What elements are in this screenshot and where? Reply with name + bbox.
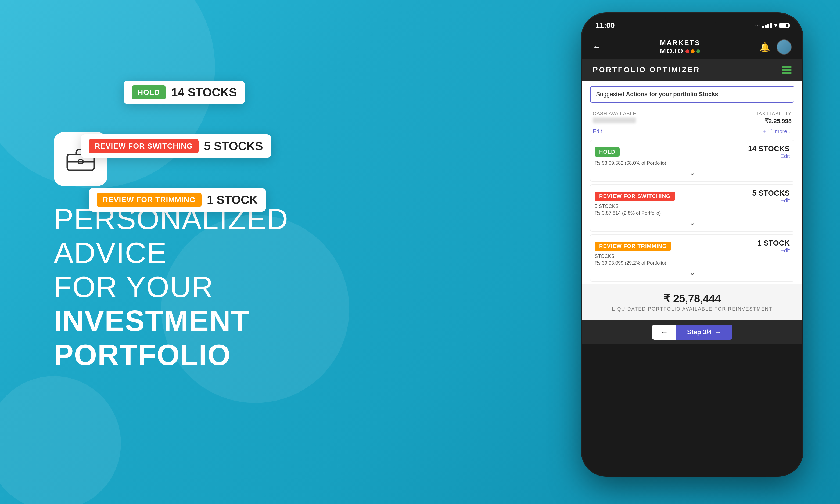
phone-outer: 11:00 ··· ▾ ← MARKETS M — [582, 14, 802, 475]
trim-sub-label: STOCKS — [595, 254, 790, 259]
switch-header: REVIEW FOR SWITCHING 5 STOCKS Edit — [595, 189, 790, 204]
hold-count: 14 STOCKS — [748, 145, 790, 153]
total-label: LIQUIDATED PORTFOLIO AVAILABLE FOR REINV… — [590, 306, 794, 312]
trim-edit-link[interactable]: Edit — [757, 248, 790, 254]
cash-available-label: CASH AVAILABLE — [593, 111, 636, 116]
battery-icon — [779, 23, 789, 28]
nav-step-button[interactable]: Step 3/4 → — [676, 325, 732, 340]
trim-chevron-icon[interactable]: ⌄ — [595, 268, 790, 277]
trim-floating-badge: REVIEW FOR TRIMMING 1 STOCK — [89, 188, 266, 212]
nav-next-arrow-icon: → — [715, 328, 721, 336]
portfolio-bar: PORTFOLIO OPTIMIZER — [582, 59, 802, 80]
trim-header: REVIEW FOR TRIMMING 1 STOCK Edit — [595, 239, 790, 254]
trim-count-block: 1 STOCK Edit — [757, 239, 790, 254]
hold-value: Rs 93,09,582 (68.0% of Portfolio) — [595, 160, 790, 166]
phone-screen: Suggested Actions for your portfolio Sto… — [582, 80, 802, 320]
switch-chevron-icon[interactable]: ⌄ — [595, 218, 790, 227]
tax-liability-label: TAX LIABILITY — [756, 111, 792, 116]
switch-edit-link[interactable]: Edit — [752, 197, 790, 204]
headline-line2: ADVICE — [54, 236, 167, 269]
logo-mojo-text: MOJO — [660, 47, 700, 55]
hold-tag: HOLD — [595, 147, 620, 157]
suggested-text: Suggested Actions for your portfolio Sto… — [596, 91, 718, 97]
bottom-total-section: ₹ 25,78,444 LIQUIDATED PORTFOLIO AVAILAB… — [582, 284, 802, 320]
switch-badge-count: 5 STOCKS — [204, 140, 263, 153]
tax-value: ₹2,25,998 — [756, 118, 792, 125]
switch-sub-label: 5 STOCKS — [595, 204, 790, 209]
user-avatar[interactable] — [776, 39, 792, 55]
header-icons: 🔔 — [759, 39, 792, 55]
switch-count: 5 STOCKS — [752, 189, 790, 197]
logo-dot-orange — [691, 50, 695, 53]
hold-floating-badge: HOLD 14 STOCKS — [124, 80, 245, 104]
switch-value: Rs 3,87,814 (2.8% of Portfolio) — [595, 210, 790, 216]
dots-icon: ··· — [755, 22, 760, 29]
switch-section: REVIEW FOR SWITCHING 5 STOCKS Edit 5 STO… — [590, 184, 794, 232]
hold-count-block: 14 STOCKS Edit — [748, 145, 790, 159]
phone-notch — [665, 14, 719, 23]
hamburger-menu-icon[interactable] — [782, 66, 792, 74]
trim-section: REVIEW FOR TRIMMING 1 STOCK Edit STOCKS … — [590, 234, 794, 282]
app-logo: MARKETS MOJO — [660, 39, 700, 55]
nav-step-label: Step 3/4 — [687, 328, 712, 336]
trim-value: Rs 39,93,099 (29.2% of Portfolio) — [595, 260, 790, 266]
headline-line5: PORTFOLIO — [54, 338, 430, 372]
nav-bar: ← Step 3/4 → — [582, 320, 802, 344]
headline-line4: INVESTMENT — [54, 304, 430, 338]
cash-available-section: CASH AVAILABLE — [593, 111, 636, 125]
switch-tag: REVIEW FOR SWITCHING — [595, 192, 675, 201]
hold-section: HOLD 14 STOCKS Edit Rs 93,09,582 (68.0% … — [590, 140, 794, 182]
switch-badge-tag: REVIEW FOR SWITCHING — [89, 139, 199, 153]
nav-back-button[interactable]: ← — [652, 325, 676, 340]
nav-back-arrow-icon: ← — [661, 328, 668, 336]
back-arrow-icon[interactable]: ← — [593, 42, 601, 52]
hold-edit-link[interactable]: Edit — [748, 153, 790, 159]
suggested-actions-banner: Suggested Actions for your portfolio Sto… — [590, 86, 794, 103]
logo-markets-text: MARKETS — [660, 39, 700, 47]
hold-header: HOLD 14 STOCKS Edit — [595, 145, 790, 159]
switch-count-block: 5 STOCKS Edit — [752, 189, 790, 204]
signal-bars-icon — [762, 23, 772, 28]
edit-more-row: Edit + 11 more... — [582, 127, 802, 137]
trim-count: 1 STOCK — [757, 239, 790, 248]
app-header: ← MARKETS MOJO 🔔 — [582, 35, 802, 59]
stats-row: CASH AVAILABLE TAX LIABILITY ₹2,25,998 — [582, 108, 802, 127]
portfolio-optimizer-title: PORTFOLIO OPTIMIZER — [593, 66, 700, 74]
hold-chevron-icon[interactable]: ⌄ — [595, 168, 790, 177]
edit-link[interactable]: Edit — [593, 128, 602, 134]
trim-badge-count: 1 STOCK — [207, 193, 258, 206]
more-link[interactable]: + 11 more... — [763, 128, 792, 134]
switch-floating-badge: REVIEW FOR SWITCHING 5 STOCKS — [81, 134, 271, 158]
bell-icon[interactable]: 🔔 — [759, 42, 770, 52]
headline: PERSONALIZED ADVICE FOR YOUR INVESTMENT … — [54, 202, 430, 372]
logo-dot-green — [696, 50, 700, 53]
hold-badge-tag: HOLD — [132, 86, 166, 100]
status-icons: ··· ▾ — [755, 22, 789, 29]
headline-line3: FOR YOUR — [54, 270, 214, 303]
cash-value-blurred — [593, 118, 636, 123]
hold-badge-count: 14 STOCKS — [171, 86, 237, 99]
left-section: PERSONALIZED ADVICE FOR YOUR INVESTMENT … — [0, 0, 430, 504]
wifi-icon: ▾ — [774, 22, 777, 29]
phone-wrapper: 11:00 ··· ▾ ← MARKETS M — [582, 14, 819, 492]
status-time: 11:00 — [595, 21, 615, 30]
logo-dot-red — [685, 50, 689, 53]
trim-badge-tag: REVIEW FOR TRIMMING — [97, 193, 201, 207]
tax-liability-section: TAX LIABILITY ₹2,25,998 — [756, 111, 792, 125]
total-amount: ₹ 25,78,444 — [590, 292, 794, 305]
trim-tag: REVIEW FOR TRIMMING — [595, 241, 671, 251]
